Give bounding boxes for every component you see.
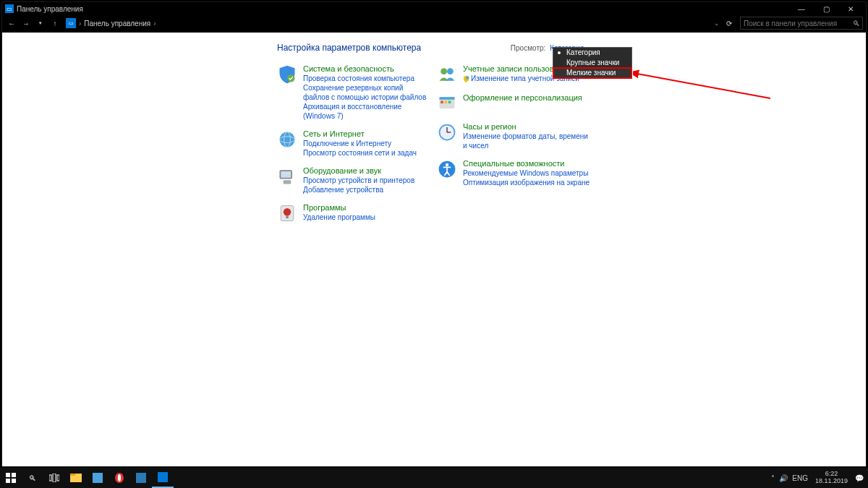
svg-point-8 [284,208,292,216]
access-icon [437,159,457,179]
category-columns: Система и безопасностьПроверка состояния… [277,64,591,232]
svg-point-11 [447,68,454,74]
svg-rect-29 [57,475,59,481]
category-link[interactable]: Просмотр состояния сети и задач [303,148,417,158]
category-title[interactable]: Сеть и Интернет [303,129,417,138]
svg-rect-9 [286,216,289,219]
svg-rect-24 [12,473,16,477]
window-title: Панель управления [17,5,83,13]
breadcrumb-separator: › [79,20,81,27]
category-item: ПрограммыУдаление программы [277,203,431,223]
svg-rect-14 [441,101,443,104]
svg-rect-36 [158,472,168,482]
svg-rect-5 [281,171,291,178]
clock-icon [437,122,457,142]
category-link[interactable]: Подключение к Интернету [303,139,417,148]
view-option[interactable]: Крупные значки [553,58,631,68]
address-bar[interactable]: ▭ › Панель управления › [66,18,156,28]
start-button[interactable] [0,468,22,488]
control-panel-taskbar[interactable] [152,468,174,488]
notifications-icon[interactable]: 💬 [855,474,864,482]
taskbar: 🔍︎ ˄ 🔊 ENG 6:22 18.11.2019 💬 [0,468,868,488]
forward-button[interactable]: → [20,17,33,30]
search-button[interactable]: 🔍︎ [22,468,43,488]
svg-rect-25 [6,479,10,483]
content-area: Настройка параметров компьютера Просмотр… [2,33,866,466]
navbar: ← → ▾ ↑ ▭ › Панель управления › ⌄ ⟳ 🔍︎ [2,15,866,31]
appearance-icon [437,93,457,114]
file-explorer-taskbar[interactable] [65,468,87,488]
control-panel-icon: ▭ [5,4,14,13]
search-input[interactable] [744,20,849,27]
breadcrumb-root[interactable]: Панель управления [84,20,150,27]
category-link[interactable]: Рекомендуемые Windows параметры [463,168,590,178]
control-panel-window: ▭ Панель управления — ▢ ✕ ← → ▾ ↑ ▭ › Па… [1,1,867,467]
svg-rect-31 [70,474,75,476]
users-icon [437,64,457,85]
category-item: Часы и регионИзменение форматов даты, вр… [437,122,591,150]
minimize-button[interactable]: — [789,2,814,15]
category-link[interactable]: Проверка состояния компьютера [303,74,431,83]
app-taskbar-1[interactable] [87,468,109,488]
category-link[interactable]: Сохранение резервных копий файлов с помо… [303,83,431,102]
category-title[interactable]: Часы и регион [463,122,591,131]
category-title[interactable]: Специальные возможности [463,159,590,168]
page-title: Настройка параметров компьютера [277,43,421,53]
category-link[interactable]: Добавление устройства [303,185,414,194]
svg-rect-26 [12,479,16,483]
svg-rect-13 [440,97,455,100]
svg-point-10 [441,68,447,74]
svg-rect-35 [136,473,146,483]
svg-rect-27 [49,475,51,481]
category-item: Специальные возможностиРекомендуемые Win… [437,159,591,187]
category-link[interactable]: Удаление программы [303,213,375,222]
search-box[interactable]: 🔍︎ [740,17,863,30]
svg-point-34 [118,474,121,481]
back-button[interactable]: ← [5,17,18,30]
titlebar: ▭ Панель управления — ▢ ✕ [2,2,866,15]
view-label: Просмотр: [511,44,545,52]
svg-rect-6 [284,180,292,184]
category-item: Оформление и персонализация [437,93,591,114]
category-title[interactable]: Оборудование и звук [303,166,414,175]
volume-icon[interactable]: 🔊 [779,474,788,482]
control-panel-icon: ▭ [66,18,76,28]
category-link[interactable]: Изменение форматов даты, времени и чисел [463,132,591,150]
close-button[interactable]: ✕ [838,2,863,15]
address-dropdown[interactable]: ⌄ [714,20,720,27]
svg-rect-16 [448,101,451,104]
category-item: Сеть и ИнтернетПодключение к ИнтернетуПр… [277,129,431,158]
refresh-button[interactable]: ⟳ [723,17,736,30]
view-dropdown: КатегорияКрупные значкиМелкие значки [553,47,632,79]
svg-point-1 [280,132,295,147]
clock[interactable]: 6:22 18.11.2019 [812,471,851,485]
view-option[interactable]: Категория [553,48,631,58]
opera-taskbar[interactable] [109,468,130,488]
app-taskbar-2[interactable] [130,468,152,488]
category-link[interactable]: Просмотр устройств и принтеров [303,176,414,185]
category-item: Оборудование и звукПросмотр устройств и … [277,166,431,194]
breadcrumb-separator: › [153,20,156,27]
taskview-button[interactable] [43,468,65,488]
tray-overflow[interactable]: ˄ [771,474,775,482]
svg-point-21 [446,163,448,166]
security-icon [277,64,297,85]
hardware-icon [277,166,297,187]
category-title[interactable]: Оформление и персонализация [463,93,582,102]
category-item: Система и безопасностьПроверка состояния… [277,64,431,121]
view-option[interactable]: Мелкие значки [553,68,631,78]
up-button[interactable]: ↑ [48,17,61,30]
system-tray: ˄ 🔊 ENG 6:22 18.11.2019 💬 [767,471,868,485]
svg-rect-15 [445,101,448,104]
category-link[interactable]: Архивация и восстановление (Windows 7) [303,102,431,121]
category-link[interactable]: Оптимизация изображения на экране [463,178,590,187]
category-title[interactable]: Программы [303,203,375,212]
maximize-button[interactable]: ▢ [814,2,838,15]
recent-dropdown[interactable]: ▾ [34,17,47,30]
svg-rect-28 [53,474,56,482]
category-title[interactable]: Система и безопасность [303,64,431,73]
programs-icon [277,203,297,223]
search-icon: 🔍︎ [853,20,860,27]
language-indicator[interactable]: ENG [792,474,808,482]
network-icon [277,129,297,150]
